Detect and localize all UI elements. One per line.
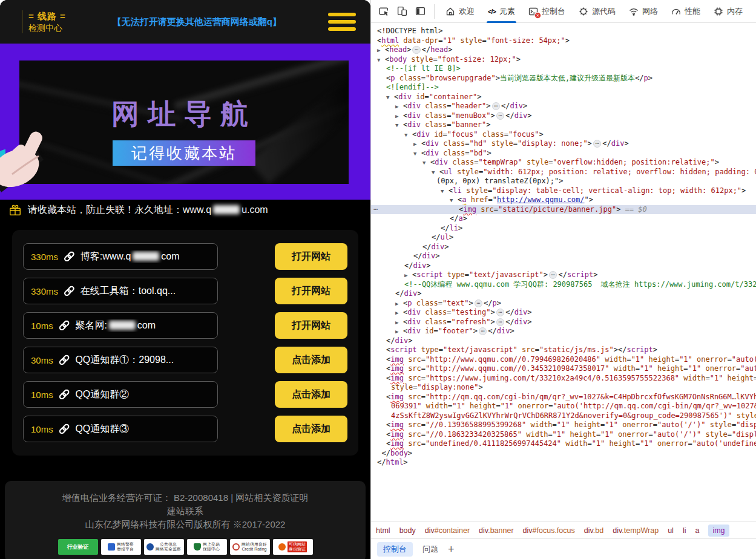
breadcrumb-div.tempWrap[interactable]: div.tempWrap	[613, 526, 659, 535]
dom-tree-node[interactable]: </html>	[371, 458, 756, 468]
redacted-text	[109, 321, 136, 330]
drawer-tab-console[interactable]: 控制台	[377, 542, 413, 557]
dom-tree-node[interactable]: <img src="https://www.juming.com/t/33210…	[371, 374, 756, 384]
badge-text: 网络警察举报平台	[117, 542, 134, 552]
devtools-tab-网络[interactable]: 网络	[625, 0, 662, 23]
public-info-badge[interactable]: 公共信息网络安全监察	[144, 539, 184, 555]
dom-tree-node[interactable]: <img src="http://www.qqmu.com//0.7994698…	[371, 355, 756, 365]
breadcrumb-div#container[interactable]: div#container	[425, 526, 470, 535]
dom-tree-node[interactable]: <!DOCTYPE html>	[371, 27, 756, 36]
dom-tree-node[interactable]: ▶<head>⋯</head>	[371, 45, 756, 55]
dom-tree-node[interactable]: ▶<p class="text">⋯</p>	[371, 299, 756, 309]
dom-tree-node[interactable]: <img src="http://qm.qq.com/cgi-bin/qm/qr…	[371, 393, 756, 402]
link-status-box: 330ms🔗博客:www.qcom	[23, 243, 218, 270]
devtools-tab-元素[interactable]: </>元素	[484, 0, 519, 23]
tab-label: 网络	[642, 6, 658, 17]
link-status-box: 10ms🔗QQ通知群②	[23, 381, 218, 408]
breadcrumb-a[interactable]: a	[695, 526, 699, 535]
breadcrumb-div#focus.focus[interactable]: div#focus.focus	[523, 526, 575, 535]
dom-tree-node[interactable]: ▼<li style="display: table-cell; vertica…	[371, 186, 756, 196]
dom-tree-node[interactable]: ▶<div id="footer">⋯</div>	[371, 327, 756, 336]
device-emulation-icon[interactable]	[393, 2, 411, 21]
dom-tree-node[interactable]: </body>	[371, 449, 756, 459]
devtools-tab-源代码[interactable]: 源代码	[575, 0, 619, 23]
open-site-button[interactable]: 点击添加	[275, 381, 347, 408]
dom-tree-node[interactable]: ▶<div class="menuBox">⋯</div>	[371, 111, 756, 121]
dom-tree-node[interactable]: <!--[if lt IE 8]>	[371, 64, 756, 74]
dom-tree-node[interactable]: ▶<script type="text/javascript">⋯</scrip…	[371, 270, 756, 280]
dom-tree-node[interactable]: ▼<div id="focus" class="focus">	[371, 130, 756, 140]
breadcrumb-li[interactable]: li	[683, 526, 686, 535]
trusted-site-badge[interactable]: 可信网站身份验证	[273, 539, 313, 555]
dom-tree-node[interactable]: 069391" width="1" height="1" onerror="au…	[371, 402, 756, 411]
ping-value: 330ms	[31, 252, 58, 262]
dom-tree-node[interactable]: ▶<div class="testing">⋯</div>	[371, 308, 756, 318]
dom-tree-node[interactable]: ▼<div class="banner">	[371, 120, 756, 130]
save-notice-text-after: u.com	[242, 204, 268, 215]
link-row: 10ms🔗QQ通知群②点击添加	[23, 381, 347, 408]
dom-tree-node[interactable]: </ul>	[371, 233, 756, 243]
drawer-tab-issues[interactable]: 问题	[422, 544, 438, 555]
breadcrumb-html[interactable]: html	[376, 526, 390, 535]
banner-tagline: 记得收藏本站	[113, 140, 255, 166]
dom-tree-node[interactable]: <script type="text/javascript" src="stat…	[371, 345, 756, 355]
site-logo[interactable]: = 线路 = 检测中心	[22, 10, 66, 33]
dom-tree-node[interactable]: </div>	[371, 336, 756, 346]
inspect-element-icon[interactable]	[375, 2, 393, 21]
security-union-badge[interactable]: 行业验证	[58, 539, 98, 555]
trade-protect-badge[interactable]: 网上交易保障中心	[187, 539, 227, 555]
dom-tree-node[interactable]: <img src="//0.1863233420325865" width="1…	[371, 430, 756, 440]
open-site-button[interactable]: 打开网站	[275, 312, 347, 339]
hamburger-menu-icon[interactable]	[328, 9, 356, 34]
open-site-button[interactable]: 点击添加	[275, 416, 347, 442]
dom-tree-node[interactable]: </div>	[371, 243, 756, 252]
credit-rating-badge[interactable]: 网站信用良好Credit Rating	[230, 539, 270, 555]
dom-tree-node[interactable]: ▼<div class="bd">	[371, 149, 756, 159]
ping-value: 10ms	[31, 390, 53, 400]
dom-tree-node[interactable]: <!--QQ沐编程 www.qqmu.com 学习QQ群: 290987565 …	[371, 280, 756, 290]
open-site-button[interactable]: 打开网站	[275, 278, 347, 304]
dom-tree-node[interactable]: ▶<div class="header">⋯</div>	[371, 102, 756, 111]
dom-tree-node[interactable]: <p class="browserupgrade">当前浏览器版本太低,建议升级…	[371, 74, 756, 83]
breadcrumb-ul[interactable]: ul	[668, 526, 674, 535]
node-overflow-dots[interactable]: ⋯	[373, 205, 378, 215]
dom-tree-node[interactable]: </li>	[371, 224, 756, 234]
dom-tree-node[interactable]: <![endif]-->	[371, 83, 756, 93]
devtools-tab-控制台[interactable]: ✕控制台	[525, 0, 569, 23]
devtools-tab-内存[interactable]: 内存	[710, 0, 746, 23]
cyber-police-badge[interactable]: 网络警察举报平台	[101, 539, 141, 555]
link-status-box: 330ms🔗在线工具箱：tool.qq...	[23, 278, 218, 304]
dom-tree-node[interactable]: ▼<a href="http://www.qqmu.com/">	[371, 195, 756, 205]
devtools-tab-欢迎[interactable]: 欢迎	[442, 0, 478, 23]
dom-tree-node[interactable]: <img src="http://www.qqmu.com//0.3453210…	[371, 364, 756, 374]
breadcrumb-body[interactable]: body	[399, 526, 416, 535]
dom-tree-node[interactable]: <html data-dpr="1" style="font-size: 54p…	[371, 36, 756, 46]
dom-tree-node[interactable]: ▶<div class="hd" style="display: none;">…	[371, 139, 756, 149]
dom-tree-node[interactable]: ▶<div class="refresh">⋯</div>	[371, 318, 756, 327]
breadcrumb-div.bd[interactable]: div.bd	[584, 526, 603, 535]
breadcrumb-div.banner[interactable]: div.banner	[479, 526, 513, 535]
console-icon: ✕	[528, 7, 538, 16]
dom-tree-node[interactable]: ⋯<img src="static/picture/banner.jpg"> =…	[371, 205, 756, 215]
footer-contact[interactable]: 建站联系	[8, 506, 362, 517]
more-tools-icon[interactable]: +	[448, 544, 455, 555]
open-site-button[interactable]: 点击添加	[275, 347, 347, 373]
dock-side-icon[interactable]	[411, 2, 429, 21]
dom-tree-node[interactable]: <img src="//0.13936588995399268" width="…	[371, 420, 756, 430]
dom-tree-node[interactable]: </div>	[371, 289, 756, 299]
dom-tree-node[interactable]: ▼<ul style="width: 612px; position: rela…	[371, 168, 756, 177]
dom-tree-node[interactable]: </a>	[371, 214, 756, 224]
dom-tree-node[interactable]: ▼<div class="tempWrap" style="overflow:h…	[371, 158, 756, 168]
banner-link[interactable]: 网址导航 记得收藏本站	[0, 44, 370, 200]
dom-tree-node[interactable]: <img src="undefined/0.41118256997445424"…	[371, 439, 756, 449]
dom-tree-node[interactable]: ▼<div id="container">	[371, 93, 756, 102]
dom-tree-node[interactable]: (0px, 0px) translateZ(0px);">	[371, 177, 756, 186]
open-site-button[interactable]: 打开网站	[275, 243, 347, 270]
devtools-tab-性能[interactable]: 性能	[668, 0, 704, 23]
dom-tree-node[interactable]: 4zSsKftZ8W2yswIgvGGZlKVYhrWrQrVChD6RR871…	[371, 411, 756, 421]
breadcrumb-img[interactable]: img	[708, 525, 729, 537]
dom-tree-node[interactable]: ▼<body style="font-size: 12px;">	[371, 55, 756, 65]
dom-tree-node[interactable]: </div>	[371, 261, 756, 271]
dom-tree-node[interactable]: </div>	[371, 252, 756, 261]
dom-tree-node[interactable]: style="display:none">	[371, 383, 756, 393]
